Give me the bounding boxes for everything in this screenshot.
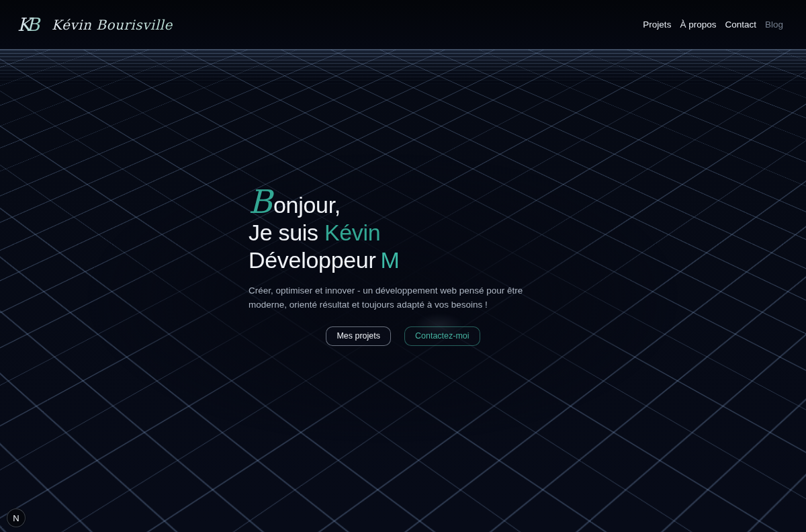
cta-buttons: Mes projets Contactez-moi	[249, 326, 557, 346]
main-nav: Projets À propos Contact Blog	[643, 19, 783, 30]
hero-content: Bonjour, Je suis Kévin DéveloppeurM Crée…	[249, 50, 557, 346]
nextjs-dev-badge[interactable]: N	[7, 508, 26, 527]
hero-section: Bonjour, Je suis Kévin DéveloppeurM Crée…	[0, 50, 806, 532]
nav-link-contact[interactable]: Contact	[725, 19, 756, 30]
kb-monogram-icon: KB	[17, 15, 41, 34]
nav-link-blog[interactable]: Blog	[765, 19, 783, 30]
nextjs-n-icon: N	[13, 513, 19, 523]
nav-link-a-propos[interactable]: À propos	[680, 19, 716, 30]
nav-link-projets[interactable]: Projets	[643, 19, 671, 30]
script-initial-b: B	[249, 183, 272, 220]
heading-line2-accent: Kévin	[324, 220, 381, 245]
portfolio-page: KB Kévin Bourisville Projets À propos Co…	[0, 0, 806, 532]
mes-projets-button[interactable]: Mes projets	[326, 326, 391, 346]
heading-line-1: Bonjour,	[249, 191, 557, 219]
brand-name: Kévin Bourisville	[52, 17, 173, 33]
typed-text: M	[381, 247, 400, 273]
heading-line-2: Je suis Kévin	[249, 219, 557, 247]
brand-logo[interactable]: KB Kévin Bourisville	[17, 15, 173, 34]
heading-line2-prefix: Je suis	[249, 220, 324, 245]
heading-line1-rest: onjour,	[273, 192, 341, 218]
hero-subtitle: Créer, optimiser et innover - un dévelop…	[249, 283, 552, 312]
contactez-moi-button[interactable]: Contactez-moi	[404, 326, 480, 346]
heading-line-3: DéveloppeurM	[249, 247, 557, 274]
hero-heading: Bonjour, Je suis Kévin DéveloppeurM	[249, 191, 557, 274]
heading-line3-prefix: Développeur	[249, 247, 376, 273]
site-header: KB Kévin Bourisville Projets À propos Co…	[0, 0, 806, 50]
